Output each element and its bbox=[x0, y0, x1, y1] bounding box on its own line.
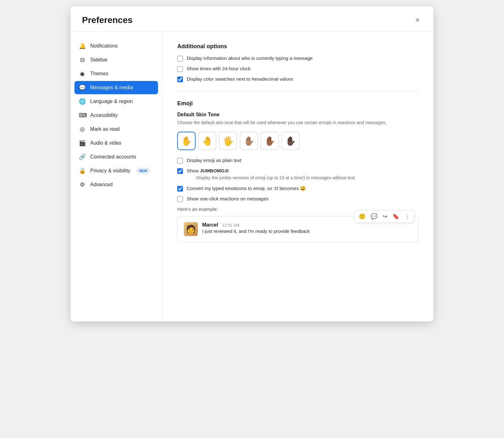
sidebar-label-messages-media: Messages & media bbox=[90, 85, 133, 90]
checkbox-row-typing-info: Display information about who is current… bbox=[177, 55, 418, 61]
sidebar-label-themes: Themes bbox=[90, 71, 108, 77]
checkbox-row-jumbomoji: Show JUMBOMOJIDisplay the jumbo versions… bbox=[177, 168, 418, 181]
sidebar-item-privacy-visibility[interactable]: 🔒Privacy & visibilityNEW bbox=[74, 164, 158, 177]
message-author: Marcel bbox=[202, 222, 218, 228]
checkbox-label-one-click-reactions: Show one-click reactions on messages bbox=[187, 196, 268, 201]
sidebar-item-themes[interactable]: ◉Themes bbox=[74, 67, 158, 80]
checkbox-label-24hr-clock: Show times with 24-hour clock bbox=[187, 66, 251, 71]
accessibility-icon: ⌨ bbox=[79, 112, 86, 119]
sidebar-item-sidebar[interactable]: ⊟Sidebar bbox=[74, 53, 158, 66]
checkbox-label-typing-info: Display information about who is current… bbox=[187, 55, 313, 61]
checkbox-one-click-reactions[interactable] bbox=[177, 196, 183, 202]
sidebar-label-notifications: Notifications bbox=[90, 43, 118, 49]
advanced-icon: ⚙ bbox=[79, 181, 86, 188]
mark-as-read-icon: ◎ bbox=[79, 126, 86, 133]
section-divider bbox=[177, 91, 418, 91]
message-body: Marcel 11:51 AM I just reviewed it, and … bbox=[202, 222, 412, 235]
skin-tones-group: ✋🤚🖐✋🏽✋🏾✋🏿 bbox=[177, 132, 418, 150]
skin-tone-title: Default Skin Tone bbox=[177, 112, 418, 118]
jumbomoji-text: Show JUMBOMOJI bbox=[187, 168, 229, 173]
modal-title: Preferences bbox=[82, 15, 132, 25]
emoji-checkboxes-group: Display emoji as plain textShow JUMBOMOJ… bbox=[177, 158, 418, 202]
checkbox-label-convert-emoticons: Convert my typed emoticons to emoji, so … bbox=[187, 186, 306, 191]
privacy-visibility-icon: 🔒 bbox=[79, 167, 86, 174]
badge-privacy-visibility: NEW bbox=[137, 168, 150, 174]
checkbox-plain-text[interactable] bbox=[177, 158, 183, 164]
jumbomoji-bold: JUMBOMOJI bbox=[200, 168, 229, 173]
sidebar-label-sidebar: Sidebar bbox=[90, 57, 108, 63]
language-region-icon: 🌐 bbox=[79, 98, 86, 105]
message-header: Marcel 11:51 AM bbox=[202, 222, 412, 228]
sidebar-label-connected-accounts: Connected accounts bbox=[90, 154, 136, 160]
sidebar-label-accessibility: Accessibility bbox=[90, 112, 118, 118]
message-actions-toolbar: 🙂💬↪🔖⋮ bbox=[355, 210, 414, 223]
sidebar-item-messages-media[interactable]: 💬Messages & media bbox=[74, 81, 158, 94]
more-options-button[interactable]: ⋮ bbox=[402, 212, 412, 221]
checkbox-content-plain-text: Display emoji as plain text bbox=[187, 158, 241, 163]
connected-accounts-icon: 🔗 bbox=[79, 153, 86, 160]
sidebar-item-audio-video[interactable]: 🎬Audio & video bbox=[74, 136, 158, 150]
avatar: 🧑 bbox=[184, 222, 198, 236]
skin-tone-button-6[interactable]: ✋🏿 bbox=[281, 132, 300, 150]
audio-video-icon: 🎬 bbox=[79, 140, 86, 147]
emoji-section: Emoji Default Skin Tone Choose the defau… bbox=[177, 100, 418, 202]
checkbox-content-convert-emoticons: Convert my typed emoticons to emoji, so … bbox=[187, 186, 306, 191]
checkbox-label-plain-text: Display emoji as plain text bbox=[187, 158, 241, 163]
skin-tone-description: Choose the default skin tone that will b… bbox=[177, 119, 418, 126]
checkbox-typing-info[interactable] bbox=[177, 56, 183, 61]
checkbox-row-convert-emoticons: Convert my typed emoticons to emoji, so … bbox=[177, 186, 418, 192]
checkbox-color-swatches[interactable] bbox=[177, 77, 183, 82]
main-content: Additional options Display information a… bbox=[162, 32, 433, 321]
skin-tone-button-1[interactable]: ✋ bbox=[177, 132, 196, 150]
example-section: Here's an example: 🙂💬↪🔖⋮ 🧑 Marcel 11:51 … bbox=[177, 206, 418, 242]
checkbox-24hr-clock[interactable] bbox=[177, 66, 183, 72]
sidebar-item-accessibility[interactable]: ⌨Accessibility bbox=[74, 109, 158, 122]
additional-checkboxes-group: Display information about who is current… bbox=[177, 55, 418, 82]
skin-tone-button-4[interactable]: ✋🏽 bbox=[240, 132, 258, 150]
sidebar-label-advanced: Advanced bbox=[90, 182, 113, 187]
sidebar-label-privacy-visibility: Privacy & visibility bbox=[90, 168, 130, 174]
additional-options-section: Additional options Display information a… bbox=[177, 43, 418, 82]
bookmark-button[interactable]: 🔖 bbox=[390, 212, 401, 221]
skin-tone-button-5[interactable]: ✋🏾 bbox=[261, 132, 279, 150]
sidebar-item-notifications[interactable]: 🔔Notifications bbox=[74, 39, 158, 53]
additional-options-title: Additional options bbox=[177, 43, 418, 50]
sidebar-item-language-region[interactable]: 🌐Language & region bbox=[74, 95, 158, 108]
sidebar-label-language-region: Language & region bbox=[90, 99, 133, 104]
sidebar-icon: ⊟ bbox=[79, 56, 86, 63]
checkbox-row-one-click-reactions: Show one-click reactions on messages bbox=[177, 196, 418, 202]
skin-tone-button-2[interactable]: 🤚 bbox=[198, 132, 216, 150]
forward-button[interactable]: ↪ bbox=[381, 212, 389, 221]
sidebar-item-mark-as-read[interactable]: ◎Mark as read bbox=[74, 123, 158, 136]
jumbomoji-description: Display the jumbo versions of emoji (up … bbox=[196, 175, 356, 181]
sidebar-label-audio-video: Audio & video bbox=[90, 140, 121, 146]
sidebar-item-advanced[interactable]: ⚙Advanced bbox=[74, 178, 158, 191]
skin-tone-button-3[interactable]: 🖐 bbox=[219, 132, 237, 150]
modal-header: Preferences × bbox=[71, 6, 433, 32]
reply-button[interactable]: 💬 bbox=[369, 212, 379, 221]
sidebar-item-connected-accounts[interactable]: 🔗Connected accounts bbox=[74, 150, 158, 164]
checkbox-convert-emoticons[interactable] bbox=[177, 186, 183, 192]
sidebar-nav: 🔔Notifications⊟Sidebar◉Themes💬Messages &… bbox=[71, 32, 162, 321]
emoji-react-button[interactable]: 🙂 bbox=[357, 212, 367, 221]
checkbox-jumbomoji[interactable] bbox=[177, 168, 183, 174]
messages-media-icon: 💬 bbox=[79, 84, 86, 91]
checkbox-row-24hr-clock: Show times with 24-hour clock bbox=[177, 66, 418, 72]
message-text: I just reviewed it, and I'm ready to pro… bbox=[202, 228, 412, 235]
themes-icon: ◉ bbox=[79, 70, 86, 77]
message-time: 11:51 AM bbox=[222, 223, 239, 228]
notifications-icon: 🔔 bbox=[79, 43, 86, 49]
checkbox-label-color-swatches: Display color swatches next to hexadecim… bbox=[187, 76, 293, 82]
checkbox-row-color-swatches: Display color swatches next to hexadecim… bbox=[177, 76, 418, 82]
emoji-section-title: Emoji bbox=[177, 100, 418, 107]
message-example: 🙂💬↪🔖⋮ 🧑 Marcel 11:51 AM I just reviewed … bbox=[177, 216, 418, 242]
checkbox-content-jumbomoji: Show JUMBOMOJIDisplay the jumbo versions… bbox=[187, 168, 356, 181]
checkbox-row-plain-text: Display emoji as plain text bbox=[177, 158, 418, 164]
sidebar-label-mark-as-read: Mark as read bbox=[90, 126, 120, 132]
modal-body: 🔔Notifications⊟Sidebar◉Themes💬Messages &… bbox=[71, 32, 433, 321]
checkbox-content-one-click-reactions: Show one-click reactions on messages bbox=[187, 196, 268, 201]
close-button[interactable]: × bbox=[413, 15, 422, 25]
preferences-modal: Preferences × 🔔Notifications⊟Sidebar◉The… bbox=[71, 6, 433, 321]
